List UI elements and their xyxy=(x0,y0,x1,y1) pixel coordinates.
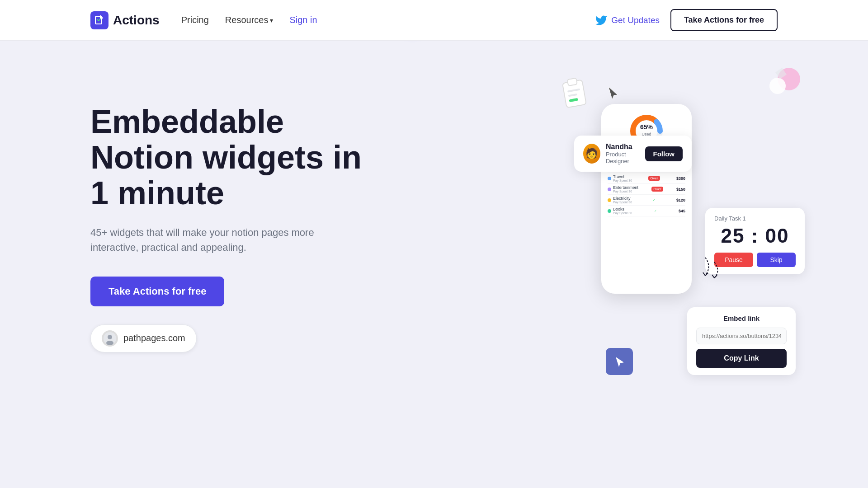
profile-name: Nandha xyxy=(606,143,645,151)
timer-buttons: Pause Skip xyxy=(714,253,796,267)
timer-display: 25 : 00 xyxy=(714,225,796,247)
budget-item-books: Books Pay Spent 30 ✓ $45 xyxy=(608,206,685,216)
profile-card: 🧑 Nandha Product Designer Follow xyxy=(574,136,692,172)
nav-resources[interactable]: Resources ▾ xyxy=(225,15,274,25)
follow-button[interactable]: Follow xyxy=(645,146,683,161)
timer-skip-button[interactable]: Skip xyxy=(757,253,796,267)
get-updates-label: Get Updates xyxy=(611,15,660,25)
logo[interactable]: Actions xyxy=(90,11,160,29)
profile-info: 🧑 Nandha Product Designer xyxy=(583,143,645,164)
embed-title: Embed link xyxy=(696,314,787,322)
nav-cta-button[interactable]: Take Actions for free xyxy=(670,9,778,31)
svg-point-10 xyxy=(769,78,786,94)
budget-item-travel: Travel Pay Spent 30 Over $300 xyxy=(608,173,685,184)
profile-title: Product Designer xyxy=(606,151,645,164)
hero-text: Embeddable Notion widgets in 1 minute 45… xyxy=(90,68,362,352)
logo-icon xyxy=(90,11,108,29)
clipboard-decoration xyxy=(558,75,590,110)
cursor-blue-icon xyxy=(606,348,633,375)
get-updates-link[interactable]: Get Updates xyxy=(595,14,660,27)
timer-label: Daily Task 1 xyxy=(714,215,796,222)
svg-text:65%: 65% xyxy=(640,123,653,131)
nav-right: Get Updates Take Actions for free xyxy=(595,9,778,31)
copy-link-button[interactable]: Copy Link xyxy=(696,349,787,368)
cursor-decoration xyxy=(607,86,619,104)
budget-item-entertainment: Entertainment Pay Spent 30 Over $150 xyxy=(608,184,685,195)
profile-details: Nandha Product Designer xyxy=(606,143,645,164)
twitter-icon xyxy=(595,14,608,27)
nav-left: Actions Pricing Resources ▾ Sign in xyxy=(90,11,317,29)
svg-point-2 xyxy=(108,335,112,339)
hero-illustration: 65% Used CategoriesSpentSpent xyxy=(434,41,841,447)
logo-text: Actions xyxy=(113,13,160,28)
nav-signin[interactable]: Sign in xyxy=(289,15,317,25)
hero-section: Embeddable Notion widgets in 1 minute 45… xyxy=(0,41,868,488)
embed-url-input[interactable] xyxy=(696,328,787,344)
phone-mockup: 65% Used CategoriesSpentSpent xyxy=(601,104,692,294)
hero-cta-button[interactable]: Take Actions for free xyxy=(90,277,224,306)
embed-card: Embed link Copy Link xyxy=(687,307,796,375)
budget-item-electricity: Electricity Pay Spent 30 ✓ $120 xyxy=(608,195,685,206)
hero-title: Embeddable Notion widgets in 1 minute xyxy=(90,104,362,211)
navbar: Actions Pricing Resources ▾ Sign in Get … xyxy=(0,0,868,41)
pathpages-label: pathpages.com xyxy=(123,333,185,343)
pink-shape-decoration xyxy=(764,63,800,101)
page-wrapper: Actions Pricing Resources ▾ Sign in Get … xyxy=(0,0,868,488)
svg-rect-5 xyxy=(567,78,577,86)
pathpages-avatar xyxy=(102,330,118,347)
profile-avatar: 🧑 xyxy=(583,144,600,164)
pathpages-badge: pathpages.com xyxy=(90,324,197,352)
arrows-decoration xyxy=(701,253,723,283)
nav-links: Pricing Resources ▾ Sign in xyxy=(181,15,317,25)
hero-subtitle: 45+ widgets that will make your notion p… xyxy=(90,225,362,255)
chevron-down-icon: ▾ xyxy=(270,17,273,24)
nav-pricing[interactable]: Pricing xyxy=(181,15,209,25)
